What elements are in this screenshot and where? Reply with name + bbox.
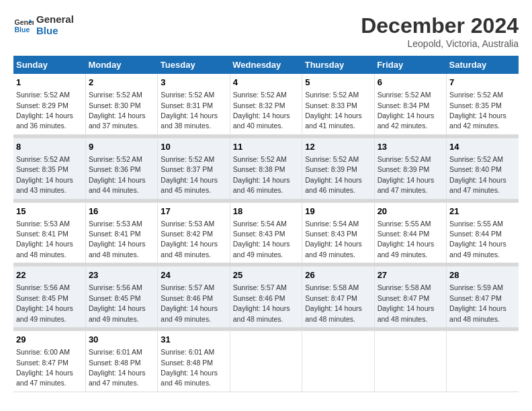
day-number: 5 [305, 77, 371, 89]
sunrise-text: Sunrise: 5:52 AMSunset: 8:32 PMDaylight:… [233, 91, 290, 130]
table-row: 9Sunrise: 5:52 AMSunset: 8:36 PMDaylight… [85, 138, 157, 199]
table-row: 21Sunrise: 5:55 AMSunset: 8:44 PMDayligh… [447, 202, 519, 263]
day-number: 11 [233, 141, 299, 153]
sunrise-text: Sunrise: 5:52 AMSunset: 8:40 PMDaylight:… [449, 155, 506, 194]
day-number: 3 [161, 77, 226, 89]
sunrise-text: Sunrise: 6:01 AMSunset: 8:48 PMDaylight:… [89, 348, 146, 387]
sunrise-text: Sunrise: 5:53 AMSunset: 8:42 PMDaylight:… [161, 220, 218, 259]
table-row: 30Sunrise: 6:01 AMSunset: 8:48 PMDayligh… [85, 331, 157, 392]
table-row [230, 331, 302, 392]
sunrise-text: Sunrise: 5:52 AMSunset: 8:33 PMDaylight:… [305, 91, 362, 130]
table-row: 3Sunrise: 5:52 AMSunset: 8:31 PMDaylight… [158, 74, 230, 134]
calendar-header-row: Sunday Monday Tuesday Wednesday Thursday… [13, 56, 519, 74]
col-tuesday: Tuesday [158, 56, 230, 74]
week-row-2: 8Sunrise: 5:52 AMSunset: 8:35 PMDaylight… [13, 138, 519, 199]
calendar-table: Sunday Monday Tuesday Wednesday Thursday… [13, 56, 519, 392]
day-number: 23 [89, 269, 154, 281]
day-number: 4 [233, 77, 299, 89]
col-saturday: Saturday [447, 56, 519, 74]
sunrise-text: Sunrise: 5:58 AMSunset: 8:47 PMDaylight:… [378, 283, 435, 322]
day-number: 14 [449, 141, 516, 153]
sunrise-text: Sunrise: 5:52 AMSunset: 8:34 PMDaylight:… [378, 91, 435, 130]
table-row: 20Sunrise: 5:55 AMSunset: 8:44 PMDayligh… [374, 202, 446, 263]
day-number: 30 [89, 334, 154, 346]
sunrise-text: Sunrise: 5:56 AMSunset: 8:45 PMDaylight:… [16, 283, 73, 322]
logo-general: General [36, 13, 74, 25]
day-number: 9 [89, 141, 154, 153]
table-row [447, 331, 519, 392]
table-row: 1Sunrise: 5:52 AMSunset: 8:29 PMDaylight… [13, 74, 85, 134]
day-number: 25 [233, 269, 299, 281]
day-number: 6 [378, 77, 443, 89]
day-number: 10 [161, 141, 226, 153]
table-row: 31Sunrise: 6:01 AMSunset: 8:48 PMDayligh… [158, 331, 230, 392]
day-number: 22 [16, 269, 83, 281]
day-number: 20 [378, 205, 443, 218]
table-row: 5Sunrise: 5:52 AMSunset: 8:33 PMDaylight… [302, 74, 374, 134]
day-number: 17 [161, 205, 226, 218]
table-row: 16Sunrise: 5:53 AMSunset: 8:41 PMDayligh… [85, 202, 157, 263]
sunrise-text: Sunrise: 5:53 AMSunset: 8:41 PMDaylight:… [16, 220, 73, 259]
table-row: 27Sunrise: 5:58 AMSunset: 8:47 PMDayligh… [374, 267, 446, 328]
table-row: 12Sunrise: 5:52 AMSunset: 8:39 PMDayligh… [302, 138, 374, 199]
table-row: 11Sunrise: 5:52 AMSunset: 8:38 PMDayligh… [230, 138, 302, 199]
sunrise-text: Sunrise: 5:57 AMSunset: 8:46 PMDaylight:… [233, 283, 290, 322]
table-row: 8Sunrise: 5:52 AMSunset: 8:35 PMDaylight… [13, 138, 85, 199]
table-row: 2Sunrise: 5:52 AMSunset: 8:30 PMDaylight… [85, 74, 157, 134]
day-number: 2 [89, 77, 154, 89]
week-row-4: 22Sunrise: 5:56 AMSunset: 8:45 PMDayligh… [13, 267, 519, 328]
page-title: December 2024 [361, 13, 519, 38]
day-number: 12 [305, 141, 371, 153]
sunrise-text: Sunrise: 5:52 AMSunset: 8:31 PMDaylight:… [161, 91, 218, 130]
table-row: 17Sunrise: 5:53 AMSunset: 8:42 PMDayligh… [158, 202, 230, 263]
table-row: 15Sunrise: 5:53 AMSunset: 8:41 PMDayligh… [13, 202, 85, 263]
page-header: General Blue General Blue December 2024 … [13, 13, 519, 49]
logo-icon: General Blue [13, 15, 34, 35]
day-number: 21 [449, 205, 516, 218]
table-row: 24Sunrise: 5:57 AMSunset: 8:46 PMDayligh… [158, 267, 230, 328]
week-row-3: 15Sunrise: 5:53 AMSunset: 8:41 PMDayligh… [13, 202, 519, 263]
day-number: 7 [449, 77, 516, 89]
sunrise-text: Sunrise: 5:59 AMSunset: 8:47 PMDaylight:… [449, 283, 506, 322]
sunrise-text: Sunrise: 5:57 AMSunset: 8:46 PMDaylight:… [161, 283, 218, 322]
sunrise-text: Sunrise: 5:52 AMSunset: 8:36 PMDaylight:… [89, 155, 146, 194]
logo: General Blue General Blue [13, 13, 74, 36]
day-number: 29 [16, 334, 83, 346]
table-row: 6Sunrise: 5:52 AMSunset: 8:34 PMDaylight… [374, 74, 446, 134]
day-number: 19 [305, 205, 371, 218]
table-row: 22Sunrise: 5:56 AMSunset: 8:45 PMDayligh… [13, 267, 85, 328]
table-row: 28Sunrise: 5:59 AMSunset: 8:47 PMDayligh… [447, 267, 519, 328]
table-row: 13Sunrise: 5:52 AMSunset: 8:39 PMDayligh… [374, 138, 446, 199]
day-number: 18 [233, 205, 299, 218]
col-friday: Friday [374, 56, 446, 74]
table-row: 25Sunrise: 5:57 AMSunset: 8:46 PMDayligh… [230, 267, 302, 328]
sunrise-text: Sunrise: 5:54 AMSunset: 8:43 PMDaylight:… [305, 220, 362, 259]
week-row-5: 29Sunrise: 6:00 AMSunset: 8:47 PMDayligh… [13, 331, 519, 392]
table-row: 26Sunrise: 5:58 AMSunset: 8:47 PMDayligh… [302, 267, 374, 328]
sunrise-text: Sunrise: 5:55 AMSunset: 8:44 PMDaylight:… [449, 220, 506, 259]
day-number: 26 [305, 269, 371, 281]
sunrise-text: Sunrise: 5:58 AMSunset: 8:47 PMDaylight:… [305, 283, 362, 322]
col-sunday: Sunday [13, 56, 85, 74]
sunrise-text: Sunrise: 5:52 AMSunset: 8:29 PMDaylight:… [16, 91, 73, 130]
table-row [302, 331, 374, 392]
day-number: 13 [378, 141, 443, 153]
table-row: 7Sunrise: 5:52 AMSunset: 8:35 PMDaylight… [447, 74, 519, 134]
title-area: December 2024 Leopold, Victoria, Austral… [361, 13, 519, 49]
week-row-1: 1Sunrise: 5:52 AMSunset: 8:29 PMDaylight… [13, 74, 519, 134]
svg-text:Blue: Blue [15, 26, 30, 34]
sunrise-text: Sunrise: 5:53 AMSunset: 8:41 PMDaylight:… [89, 220, 146, 259]
table-row: 14Sunrise: 5:52 AMSunset: 8:40 PMDayligh… [447, 138, 519, 199]
sunrise-text: Sunrise: 5:52 AMSunset: 8:35 PMDaylight:… [449, 91, 506, 130]
sunrise-text: Sunrise: 5:52 AMSunset: 8:35 PMDaylight:… [16, 155, 73, 194]
day-number: 31 [161, 334, 226, 346]
col-wednesday: Wednesday [230, 56, 302, 74]
table-row: 18Sunrise: 5:54 AMSunset: 8:43 PMDayligh… [230, 202, 302, 263]
day-number: 8 [16, 141, 83, 153]
sunrise-text: Sunrise: 5:54 AMSunset: 8:43 PMDaylight:… [233, 220, 290, 259]
sunrise-text: Sunrise: 5:52 AMSunset: 8:37 PMDaylight:… [161, 155, 218, 194]
table-row: 23Sunrise: 5:56 AMSunset: 8:45 PMDayligh… [85, 267, 157, 328]
table-row: 29Sunrise: 6:00 AMSunset: 8:47 PMDayligh… [13, 331, 85, 392]
sunrise-text: Sunrise: 6:00 AMSunset: 8:47 PMDaylight:… [16, 348, 73, 387]
sunrise-text: Sunrise: 5:55 AMSunset: 8:44 PMDaylight:… [378, 220, 435, 259]
